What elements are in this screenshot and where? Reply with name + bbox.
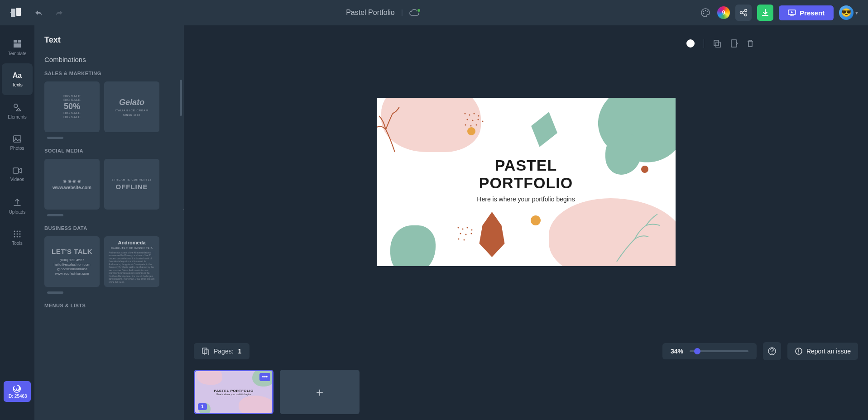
decor-branch [377, 102, 417, 157]
svg-point-51 [460, 233, 461, 234]
combo-card-talk[interactable]: LET'S TALK (000) 123 4567 hello@ecofashi… [44, 236, 100, 287]
scroll-indicator[interactable] [47, 137, 63, 139]
slide-canvas[interactable]: PASTEL PORTFOLIO Here is where your port… [377, 98, 676, 266]
nav-template[interactable]: Template [2, 32, 33, 63]
zoom-thumb[interactable] [694, 348, 700, 354]
selection-handle[interactable] [686, 39, 695, 48]
thumb-menu-button[interactable]: ••• [259, 373, 270, 381]
svg-point-49 [466, 227, 468, 229]
svg-point-29 [19, 233, 21, 234]
nav-videos-label: Videos [10, 177, 24, 182]
nav-elements[interactable]: Elements [2, 95, 33, 127]
decor-circle [531, 215, 541, 225]
scroll-indicator[interactable] [47, 291, 63, 294]
delete-icon[interactable] [747, 39, 754, 48]
download-button[interactable] [757, 5, 773, 21]
app-logo[interactable] [9, 6, 23, 19]
nav-photos[interactable]: Photos [2, 127, 33, 158]
pages-count: 1 [238, 348, 242, 355]
uploads-icon [13, 198, 21, 207]
slides-strip: PASTEL PORTFOLIO Here is where your port… [184, 364, 868, 420]
svg-point-41 [472, 120, 473, 121]
svg-point-24 [14, 230, 15, 232]
svg-point-36 [464, 113, 465, 115]
separator [704, 39, 704, 48]
combo-card-website[interactable]: ◉ ◉ ◉ ◉ www.website.com [44, 159, 100, 210]
svg-point-5 [705, 10, 706, 11]
svg-line-12 [742, 13, 745, 14]
svg-point-45 [470, 125, 471, 127]
avatar-caret-icon[interactable]: ▼ [854, 10, 859, 15]
svg-point-26 [19, 230, 21, 232]
svg-rect-34 [716, 42, 720, 48]
palette-icon[interactable] [699, 6, 712, 19]
decor-blob [605, 134, 642, 175]
nav-videos[interactable]: Videos [2, 158, 33, 190]
svg-point-25 [17, 230, 18, 232]
decor-branch [608, 207, 671, 266]
scroll-indicator[interactable] [47, 214, 63, 216]
report-issue-button[interactable]: Report an issue [787, 343, 858, 360]
svg-rect-18 [14, 43, 21, 48]
add-slide-button[interactable]: ＋ [280, 370, 360, 414]
decor-circle [641, 166, 648, 173]
canvas-toolbar [686, 39, 754, 48]
canvas-viewport[interactable]: PASTEL PORTFOLIO Here is where your port… [184, 25, 868, 339]
svg-point-48 [462, 229, 463, 230]
share-button[interactable] [735, 5, 752, 21]
nav-tools[interactable]: Tools [2, 222, 33, 253]
svg-marker-20 [16, 108, 21, 111]
combo-card-offline[interactable]: STREAM IS CURRENTLY OFFLINE [104, 159, 159, 210]
svg-rect-57 [204, 350, 209, 355]
duplicate-icon[interactable] [713, 39, 721, 48]
svg-point-31 [17, 236, 18, 237]
topbar: Pastel Portfolio | 9 Present 😎 ▼ [0, 0, 868, 25]
export-page-icon[interactable] [730, 39, 738, 48]
svg-rect-16 [14, 40, 17, 43]
nav-template-label: Template [8, 51, 27, 56]
redo-button[interactable] [53, 6, 66, 19]
document-title[interactable]: Pastel Portfolio [346, 9, 395, 17]
combo-card-andromeda[interactable]: Andromeda DAUGHTER OF CASSIOPEIA Androme… [104, 236, 159, 287]
nav-uploads[interactable]: Uploads [2, 190, 33, 222]
card-row-business: LET'S TALK (000) 123 4567 hello@ecofashi… [44, 236, 174, 287]
decor-dots [456, 225, 483, 248]
slide-title[interactable]: PASTEL PORTFOLIO [451, 157, 601, 192]
nav-photos-label: Photos [10, 146, 24, 151]
decor-dots [463, 111, 490, 134]
photos-icon [13, 135, 22, 143]
svg-point-37 [469, 115, 470, 116]
elements-icon [13, 103, 22, 112]
svg-point-55 [463, 239, 465, 241]
credits-badge[interactable]: 9 [717, 6, 730, 19]
undo-redo-group [32, 6, 66, 19]
svg-point-42 [477, 119, 479, 120]
slide-thumbnail-1[interactable]: PASTEL PORTFOLIO Here is where your port… [194, 370, 273, 414]
svg-point-38 [473, 113, 475, 115]
pages-label: Pages: [214, 348, 234, 355]
svg-point-28 [17, 233, 18, 234]
zoom-slider[interactable] [690, 350, 748, 352]
slide-subtitle[interactable]: Here is where your portfolio begins [451, 196, 601, 203]
id-badge[interactable]: ID: 25463 [4, 381, 31, 402]
present-button[interactable]: Present [779, 5, 834, 20]
svg-point-50 [471, 229, 472, 231]
nav-texts[interactable]: Aa Texts [2, 63, 33, 95]
panel-collapse-handle[interactable]: ◀ [180, 179, 184, 238]
combo-card-bigsale[interactable]: BIG SALE BIG SALE 50% BIG SALE BIG SALE [44, 81, 100, 132]
credits-value: 9 [722, 10, 725, 16]
report-label: Report an issue [806, 348, 851, 355]
panel-title: Text [44, 35, 174, 45]
undo-button[interactable] [32, 6, 44, 19]
help-button[interactable] [763, 342, 781, 360]
svg-point-6 [707, 11, 708, 12]
left-nav: Template Aa Texts Elements Photos Videos… [0, 25, 34, 420]
panel-scrollbar[interactable] [180, 80, 182, 116]
template-icon [13, 39, 22, 48]
pages-button[interactable]: Pages: 1 [194, 343, 249, 359]
sync-status-icon[interactable] [409, 9, 419, 16]
side-panel: Text Combinations SALES & MARKETING BIG … [34, 25, 184, 420]
user-avatar[interactable]: 😎 [839, 5, 854, 20]
combo-card-gelato[interactable]: Gelato ITALIAN ICE CREAM SINCE 1978 [104, 81, 159, 132]
subsection-menus: MENUS & LISTS [44, 303, 174, 308]
